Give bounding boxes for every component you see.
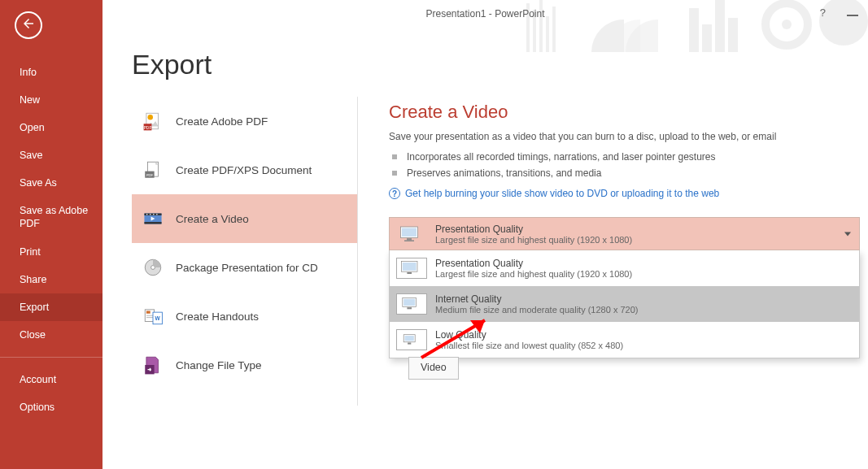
nav-new[interactable]: New bbox=[0, 86, 103, 114]
category-label: Create Handouts bbox=[176, 310, 259, 323]
svg-text:W: W bbox=[155, 315, 161, 321]
quality-option-internet[interactable]: Internet Quality Medium file size and mo… bbox=[390, 286, 859, 322]
option-desc: Smallest file size and lowest quality (8… bbox=[435, 341, 623, 350]
svg-rect-7 bbox=[715, 0, 725, 52]
category-label: Create Adobe PDF bbox=[176, 115, 268, 128]
nav-close[interactable]: Close bbox=[0, 321, 103, 349]
nav-account[interactable]: Account bbox=[0, 366, 103, 393]
svg-text:PDF: PDF bbox=[144, 126, 152, 130]
window-title: Presentation1 - PowerPoint bbox=[425, 8, 544, 20]
help-icon: ? bbox=[389, 188, 400, 199]
chevron-down-icon bbox=[844, 232, 851, 236]
minimize-button[interactable] bbox=[847, 10, 858, 16]
svg-point-13 bbox=[148, 115, 154, 120]
help-link-row: ? Get help burning your slide show video… bbox=[389, 188, 860, 199]
monitor-icon bbox=[396, 293, 427, 315]
cd-icon bbox=[137, 251, 169, 284]
category-create-video[interactable]: Create a Video bbox=[132, 194, 357, 243]
video-quality-selector[interactable]: Presentation Quality Largest file size a… bbox=[389, 217, 860, 250]
svg-rect-6 bbox=[702, 24, 712, 52]
help-button[interactable]: ? bbox=[815, 5, 831, 20]
export-details: Create a Video Save your presentation as… bbox=[358, 97, 860, 406]
nav-print[interactable]: Print bbox=[0, 238, 103, 266]
quality-option-low[interactable]: Low Quality Smallest file size and lowes… bbox=[390, 322, 859, 358]
option-desc: Medium file size and moderate quality (1… bbox=[435, 305, 638, 315]
nav-save-as[interactable]: Save As bbox=[0, 169, 103, 197]
nav-options[interactable]: Options bbox=[0, 393, 103, 421]
svg-rect-46 bbox=[405, 336, 414, 341]
quality-selected-title: Presentation Quality bbox=[435, 224, 632, 235]
detail-bullet: Incorporates all recorded timings, narra… bbox=[389, 149, 860, 165]
category-create-adobe-pdf[interactable]: PDF Create Adobe PDF bbox=[132, 97, 357, 145]
svg-point-9 bbox=[765, 3, 808, 46]
svg-rect-40 bbox=[403, 263, 417, 271]
quality-selected-desc: Largest file size and highest quality (1… bbox=[435, 235, 632, 245]
option-title: Low Quality bbox=[435, 329, 623, 341]
svg-rect-4 bbox=[552, 7, 556, 52]
handouts-icon: W bbox=[137, 300, 169, 332]
svg-point-27 bbox=[151, 266, 155, 270]
pdf-xps-icon: PDF bbox=[137, 154, 169, 186]
svg-rect-21 bbox=[144, 222, 161, 224]
export-category-list: PDF Create Adobe PDF PDF Create PDF/XPS … bbox=[132, 97, 358, 406]
main-area: Presentation1 - PowerPoint ? Export PDF … bbox=[103, 0, 868, 469]
category-label: Create a Video bbox=[176, 213, 249, 225]
svg-rect-41 bbox=[407, 272, 412, 274]
monitor-icon bbox=[396, 258, 427, 279]
arrow-left-icon bbox=[21, 16, 36, 34]
nav-open[interactable]: Open bbox=[0, 114, 103, 141]
video-icon bbox=[137, 202, 169, 235]
svg-rect-36 bbox=[402, 228, 417, 237]
option-desc: Largest file size and highest quality (1… bbox=[435, 269, 632, 279]
back-button[interactable] bbox=[15, 11, 42, 39]
svg-point-22 bbox=[146, 214, 148, 215]
page-title: Export bbox=[132, 49, 860, 80]
svg-point-24 bbox=[153, 214, 155, 215]
svg-point-10 bbox=[782, 20, 792, 29]
monitor-icon bbox=[396, 224, 427, 245]
nav-separator bbox=[0, 357, 103, 358]
svg-point-23 bbox=[150, 214, 151, 215]
category-change-file-type[interactable]: Change File Type bbox=[132, 341, 357, 389]
category-label: Package Presentation for CD bbox=[176, 262, 318, 274]
svg-rect-37 bbox=[407, 238, 412, 240]
svg-rect-47 bbox=[408, 343, 411, 345]
category-create-handouts[interactable]: W Create Handouts bbox=[132, 292, 357, 341]
nav-save[interactable]: Save bbox=[0, 141, 103, 169]
svg-rect-44 bbox=[407, 307, 412, 309]
svg-rect-29 bbox=[146, 311, 150, 314]
nav-info[interactable]: Info bbox=[0, 59, 103, 86]
help-link[interactable]: Get help burning your slide show video t… bbox=[405, 188, 719, 199]
nav-export[interactable]: Export bbox=[0, 293, 103, 321]
category-label: Create PDF/XPS Document bbox=[176, 164, 312, 176]
option-title: Internet Quality bbox=[435, 293, 638, 305]
detail-bullet: Preserves animations, transitions, and m… bbox=[389, 165, 860, 181]
svg-rect-5 bbox=[689, 8, 699, 52]
svg-point-25 bbox=[156, 214, 158, 215]
category-create-pdf-xps[interactable]: PDF Create PDF/XPS Document bbox=[132, 145, 357, 194]
backstage-sidebar: Info New Open Save Save As Save as Adobe… bbox=[0, 0, 103, 469]
svg-rect-43 bbox=[403, 299, 415, 306]
monitor-icon bbox=[396, 329, 427, 350]
detail-subtitle: Save your presentation as a video that y… bbox=[389, 131, 860, 142]
nav-save-as-adobe-pdf[interactable]: Save as Adobe PDF bbox=[0, 197, 103, 238]
create-video-button[interactable]: Video bbox=[408, 357, 459, 380]
svg-rect-8 bbox=[728, 18, 738, 52]
svg-rect-3 bbox=[546, 16, 549, 52]
option-title: Presentation Quality bbox=[435, 258, 632, 269]
category-package-cd[interactable]: Package Presentation for CD bbox=[132, 243, 357, 292]
filetype-icon bbox=[137, 349, 169, 381]
video-quality-dropdown: Presentation Quality Largest file size a… bbox=[389, 250, 860, 358]
svg-rect-38 bbox=[404, 240, 414, 241]
adobe-pdf-icon: PDF bbox=[137, 105, 169, 137]
nav-share[interactable]: Share bbox=[0, 266, 103, 293]
category-label: Change File Type bbox=[176, 359, 262, 371]
detail-title: Create a Video bbox=[389, 102, 860, 123]
quality-option-presentation[interactable]: Presentation Quality Largest file size a… bbox=[390, 250, 859, 286]
svg-text:PDF: PDF bbox=[146, 173, 154, 177]
